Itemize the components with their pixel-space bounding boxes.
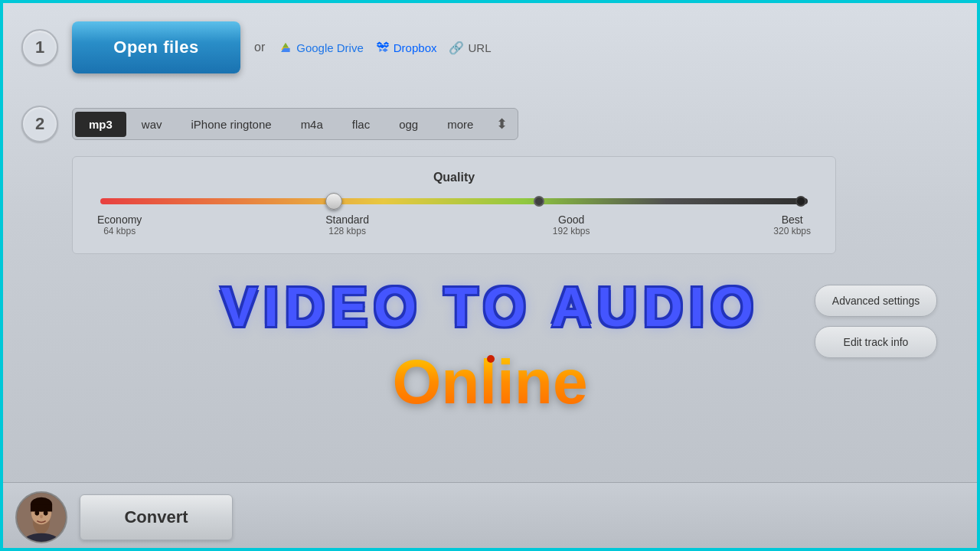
slider-thumb[interactable] bbox=[325, 193, 342, 210]
tab-iphone-ringtone[interactable]: iPhone ringtone bbox=[178, 112, 286, 137]
slider-track bbox=[100, 198, 808, 204]
open-files-button[interactable]: Open files bbox=[72, 21, 240, 73]
online-dot bbox=[487, 355, 495, 363]
convert-button[interactable]: Convert bbox=[80, 494, 233, 540]
google-drive-icon bbox=[279, 41, 292, 54]
convert-label: Convert bbox=[124, 507, 188, 527]
tab-mp3[interactable]: mp3 bbox=[75, 112, 126, 137]
format-tabs: mp3 wav iPhone ringtone m4a flac ogg mor… bbox=[72, 108, 518, 140]
step2-number: 2 bbox=[35, 114, 44, 134]
more-arrow-button[interactable]: ⬍ bbox=[488, 111, 515, 137]
bottom-bar: Convert bbox=[0, 482, 980, 551]
google-drive-label: Google Drive bbox=[296, 41, 364, 54]
quality-label: Quality bbox=[94, 171, 814, 184]
online-wrapper: Online bbox=[392, 346, 587, 418]
avatar-image bbox=[17, 491, 66, 543]
quality-standard: Standard 128 kbps bbox=[325, 214, 369, 236]
quality-economy: Economy 64 kbps bbox=[97, 214, 142, 236]
tab-m4a[interactable]: m4a bbox=[287, 112, 337, 137]
google-drive-link[interactable]: Google Drive bbox=[279, 41, 364, 54]
quality-section: Quality Economy 64 kbps Standard 128 kb bbox=[72, 156, 836, 254]
url-label: URL bbox=[468, 41, 491, 54]
or-text: or bbox=[254, 41, 265, 54]
tab-flac[interactable]: flac bbox=[338, 112, 384, 137]
quality-best: Best 320 kbps bbox=[773, 214, 811, 236]
svg-point-7 bbox=[40, 514, 43, 518]
tab-ogg[interactable]: ogg bbox=[385, 112, 432, 137]
step2-header: 2 mp3 wav iPhone ringtone m4a flac ogg m… bbox=[21, 106, 959, 142]
quality-slider-container bbox=[100, 198, 808, 204]
step1-number: 1 bbox=[35, 37, 44, 57]
avatar bbox=[15, 491, 67, 543]
hero-text-area: VIDEO TO AUDIO Online bbox=[0, 276, 980, 418]
tab-more[interactable]: more bbox=[433, 112, 487, 137]
svg-rect-4 bbox=[31, 504, 52, 511]
open-files-label: Open files bbox=[113, 37, 198, 57]
step2-area: 2 mp3 wav iPhone ringtone m4a flac ogg m… bbox=[21, 106, 959, 254]
quality-markers: Economy 64 kbps Standard 128 kbps Good 1… bbox=[94, 214, 814, 236]
cloud-links: Google Drive Dropbox 🔗 URL bbox=[279, 41, 491, 55]
dropbox-link[interactable]: Dropbox bbox=[376, 41, 437, 54]
step1-circle: 1 bbox=[21, 29, 58, 66]
step2-circle: 2 bbox=[21, 106, 58, 142]
step1-area: 1 Open files or Google Drive Dropbox 🔗 bbox=[21, 21, 492, 73]
hero-line1: VIDEO TO AUDIO bbox=[220, 276, 760, 338]
quality-good: Good 192 kbps bbox=[553, 214, 590, 236]
svg-point-5 bbox=[35, 510, 40, 516]
url-link[interactable]: 🔗 URL bbox=[449, 41, 491, 55]
link-icon: 🔗 bbox=[449, 41, 464, 55]
dropbox-icon bbox=[376, 41, 390, 54]
tab-wav[interactable]: wav bbox=[128, 112, 176, 137]
svg-point-6 bbox=[44, 510, 48, 516]
dropbox-label: Dropbox bbox=[394, 41, 437, 54]
